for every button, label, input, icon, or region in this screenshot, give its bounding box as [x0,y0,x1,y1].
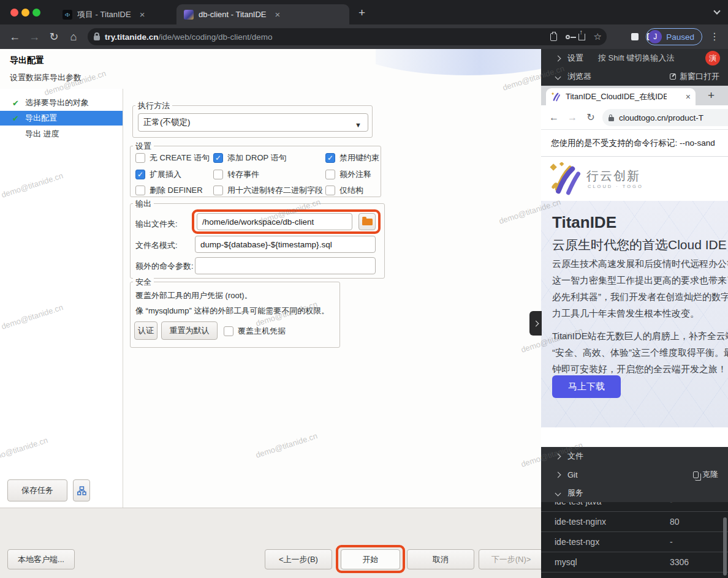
checkbox-structure-only[interactable]: 仅结构 [325,185,363,196]
section-services[interactable]: 服务 [541,484,728,502]
service-row[interactable]: ide-test-ngx - [541,532,728,552]
checkbox-disable-keys[interactable]: 禁用键约束 [325,152,379,163]
service-row[interactable]: ide-test-nginx 80 [541,512,728,532]
embedded-tab[interactable]: TitanIDE_CloudIDE_在线IDE_ × [546,88,696,105]
close-tab-icon[interactable]: × [275,9,281,20]
button-label: 保存任务 [21,485,53,496]
close-tab-icon[interactable]: × [140,9,145,20]
step-select-objects[interactable]: ✔ 选择要导出的对象 [0,96,123,110]
panel-row-settings[interactable]: 设置 按 Shift 键切换输入法 演 [541,49,728,67]
home-icon[interactable]: ⌂ [64,31,83,43]
git-clone-button[interactable]: 克隆 [693,469,718,480]
bookmark-star-icon[interactable]: ☆ [594,31,602,42]
checkbox[interactable] [213,186,223,195]
checkbox[interactable] [325,186,335,195]
step-export-config[interactable]: ✔ 导出配置 [0,111,123,126]
ime-hint: 按 Shift 键切换输入法 [598,53,674,64]
close-tab-icon[interactable]: × [686,92,691,102]
checkbox[interactable] [213,170,223,179]
checkbox-label: 仅结构 [339,185,363,196]
cancel-button[interactable]: 取消 [407,549,474,569]
checkbox-dump-events[interactable]: 转存事件 [213,169,259,180]
start-button[interactable]: 开始 [341,549,400,569]
embedded-address-bar[interactable]: cloudtogo.cn/product-T [602,109,728,126]
share-icon[interactable] [578,34,585,40]
back-icon[interactable]: ← [5,31,25,43]
task-list-button[interactable] [73,479,90,501]
checkbox-no-create[interactable]: 无 CREATE 语句 [135,152,210,163]
embedded-tab-title: TitanIDE_CloudIDE_在线IDE_ [566,91,667,102]
file-pattern-input[interactable]: dump-${database}-${timestamp}.sql [195,236,376,253]
maximize-window-button[interactable] [32,9,40,17]
section-files[interactable]: 文件 [541,447,728,465]
menu-kebab-icon[interactable]: ⋮ [710,31,719,42]
panel-row-browser[interactable]: 浏览器 新窗口打开 [541,67,728,86]
check-icon: ✔ [12,99,21,108]
section-label: 服务 [567,487,583,498]
checkbox-add-drop[interactable]: 添加 DROP 语句 [213,152,287,163]
button-label: 马上下载 [568,381,605,392]
reload-icon[interactable]: ↻ [44,30,64,43]
new-tab-button[interactable]: + [358,6,365,20]
open-new-window-icon [670,73,676,80]
section-git[interactable]: Git 克隆 [541,465,728,484]
tab-search-chevron-icon[interactable] [713,7,720,14]
checkbox-extended-insert[interactable]: 扩展插入 [135,169,181,180]
exec-method-select[interactable]: 正常(不锁定) ▼ [138,113,368,132]
panel-collapse-handle[interactable] [529,311,542,336]
chevron-down-icon: ▼ [355,121,362,129]
demo-badge[interactable]: 演 [705,51,720,66]
hero-paragraph-line: “安全、高效、体验”这三个维度取得平衡。最 [552,347,728,359]
checkbox-hex-binary[interactable]: 用十六进制转存二进制字段 [213,185,323,196]
checkbox-override-host-credentials[interactable]: 覆盖主机凭据 [224,326,286,337]
checkbox[interactable] [135,186,145,195]
reset-default-button[interactable]: 重置为默认 [161,321,218,340]
service-row[interactable]: mysql 3306 [541,552,728,572]
checkbox-remove-definer[interactable]: 删除 DEFINER [135,185,203,196]
extra-args-input[interactable] [195,257,376,274]
tab-project[interactable]: ‹t› 项目 - TitanIDE × [55,4,175,24]
forward-icon[interactable]: → [563,112,582,123]
tab-title: db-client - TitanIDE [199,10,267,19]
clipboard-icon[interactable] [550,33,557,41]
local-client-button[interactable]: 本地客户端... [7,549,75,569]
url-host: try.titanide.cn [105,32,159,42]
output-folder-input[interactable]: /home/ide/workspace/db-client [197,213,352,230]
extensions-icon[interactable] [631,33,639,40]
password-key-icon[interactable] [566,35,570,39]
save-task-button[interactable]: 保存任务 [7,479,67,501]
header-decoration [376,49,541,76]
scrollbar-thumb[interactable] [723,517,727,576]
tab-db-client[interactable]: db-client - TitanIDE × [176,4,349,24]
browse-folder-button[interactable] [358,213,376,230]
forward-icon[interactable]: → [25,31,44,43]
checkbox-label: 用十六进制转存二进制字段 [227,185,323,196]
next-button[interactable]: 下一步(N)> [479,549,544,569]
button-label: 重置为默认 [170,325,210,336]
cloudtogo-swoosh-icon [551,92,561,102]
authenticate-button[interactable]: 认证 [134,321,157,340]
checkbox-extra-comments[interactable]: 额外注释 [325,169,371,180]
close-window-button[interactable] [10,9,18,17]
exec-method-group: 执行方法 正常(不锁定) ▼ [132,105,373,138]
button-label: 取消 [433,554,449,565]
minimize-window-button[interactable] [21,9,29,17]
back-icon[interactable]: ← [545,112,563,123]
checkbox[interactable] [224,326,233,336]
hero-paragraph-line: 这一智力密集型工作提出更高的要求也带来了新 [552,275,728,287]
reload-icon[interactable]: ↻ [582,111,600,123]
new-tab-button[interactable]: + [708,89,715,102]
download-now-button[interactable]: 马上下载 [552,375,621,398]
service-port: - [670,537,673,547]
step-export-progress[interactable]: ✔ 导出 进度 [0,127,123,141]
checkbox[interactable] [135,170,145,179]
checkbox[interactable] [213,153,223,163]
checkbox[interactable] [135,153,145,163]
address-bar[interactable]: try.titanide.cn /ide/web/coding/db-clien… [88,28,607,45]
hero-paragraph-line: 必先利其器”，我们开发者在创造灿烂的数字 [552,291,728,303]
open-new-window-button[interactable]: 新窗口打开 [670,71,719,82]
profile-paused-button[interactable]: J Paused [646,28,702,45]
checkbox[interactable] [325,170,335,179]
checkbox[interactable] [325,153,335,163]
back-button[interactable]: <上一步(B) [265,549,332,569]
